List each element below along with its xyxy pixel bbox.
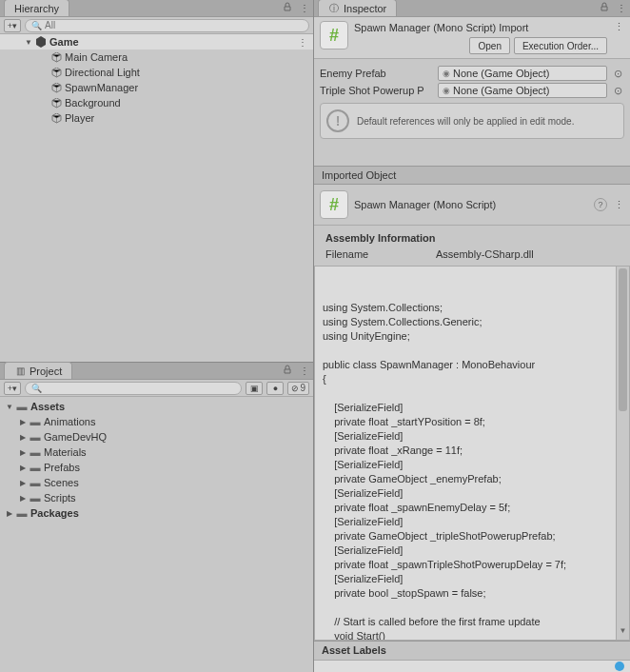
project-folder-row[interactable]: ▶▬GameDevHQ xyxy=(0,429,313,445)
hierarchy-item[interactable]: Directional Light xyxy=(0,65,313,80)
inspector-panel: ⓘ Inspector ⋮ # Spawn Manager (Mono Scri… xyxy=(314,0,630,672)
object-field-value: None (Game Object) xyxy=(453,68,549,79)
gameobject-icon: ◉ xyxy=(443,86,450,95)
project-folder-row[interactable]: ▶▬Scripts xyxy=(0,490,313,505)
imported-object-header: Imported Object xyxy=(314,166,630,185)
object-field[interactable]: ◉None (Game Object) xyxy=(438,66,607,81)
project-tab-controls: ⋮ xyxy=(283,363,309,380)
component-menu-icon[interactable]: ⋮ xyxy=(613,21,624,33)
project-folders: ▶▬Animations▶▬GameDevHQ▶▬Materials▶▬Pref… xyxy=(0,414,313,505)
object-picker-icon[interactable]: ⊙ xyxy=(611,84,624,97)
hierarchy-panel: Hierarchy ⋮ +▾ 🔍 ▼ Game ⋮ xyxy=(0,0,313,362)
hidden-icon: ⊘ xyxy=(291,384,299,393)
panel-menu-icon[interactable]: ⋮ xyxy=(617,0,626,17)
folder-label: Scripts xyxy=(44,492,76,504)
inspector-tab-controls: ⋮ xyxy=(600,0,626,17)
hierarchy-tab-bar: Hierarchy ⋮ xyxy=(0,0,313,17)
hierarchy-scene-row[interactable]: ▼ Game ⋮ xyxy=(0,34,313,49)
hierarchy-tab-label: Hierarchy xyxy=(14,3,59,14)
execution-order-button[interactable]: Execution Order... xyxy=(514,37,607,54)
project-folder-row[interactable]: ▶▬Animations xyxy=(0,414,313,429)
hierarchy-tree[interactable]: ▼ Game ⋮ Main CameraDirectional LightSpa… xyxy=(0,34,313,362)
search-icon: 🔍 xyxy=(31,384,42,393)
expand-arrow-icon[interactable]: ▼ xyxy=(4,403,15,411)
folder-icon: ▥ xyxy=(14,366,26,377)
search-by-label-button[interactable]: ● xyxy=(266,382,284,395)
project-tab[interactable]: ▥ Project xyxy=(4,362,72,379)
expand-arrow-icon[interactable]: ▶ xyxy=(17,448,29,457)
lock-icon[interactable] xyxy=(283,0,292,17)
hierarchy-tab[interactable]: Hierarchy xyxy=(4,0,69,16)
packages-label: Packages xyxy=(30,507,79,519)
panel-menu-icon[interactable]: ⋮ xyxy=(300,363,309,380)
folder-icon: ▬ xyxy=(29,416,42,427)
code-preview[interactable]: using System.Collections; using System.C… xyxy=(314,266,630,641)
hierarchy-item[interactable]: SpawnManager xyxy=(0,80,313,95)
inspector-body: # Spawn Manager (Mono Script) Import Ope… xyxy=(314,17,630,672)
row-menu-icon[interactable]: ⋮ xyxy=(298,37,307,48)
hierarchy-children: Main CameraDirectional LightSpawnManager… xyxy=(0,49,313,126)
default-references: Enemy Prefab◉None (Game Object)⊙Triple S… xyxy=(314,59,630,99)
inspector-tab[interactable]: ⓘ Inspector xyxy=(318,0,397,16)
imported-object-row: # Spawn Manager (Mono Script) ? ⋮ xyxy=(314,185,630,226)
project-search-input[interactable] xyxy=(45,383,235,393)
object-field[interactable]: ◉None (Game Object) xyxy=(438,83,607,98)
hierarchy-item[interactable]: Background xyxy=(0,95,313,110)
folder-label: GameDevHQ xyxy=(44,431,107,443)
hierarchy-tab-controls: ⋮ xyxy=(283,0,309,17)
expand-arrow-icon[interactable]: ▶ xyxy=(4,509,15,518)
scroll-thumb[interactable] xyxy=(619,268,627,411)
open-button[interactable]: Open xyxy=(469,37,509,54)
imported-object-name: Spawn Manager (Mono Script) xyxy=(354,199,496,210)
expand-arrow-icon[interactable]: ▼ xyxy=(23,38,34,47)
property-row: Enemy Prefab◉None (Game Object)⊙ xyxy=(314,65,630,82)
script-name: Spawn Manager (Mono Script) Import xyxy=(354,21,607,33)
project-folder-row[interactable]: ▶▬Prefabs xyxy=(0,460,313,475)
expand-arrow-icon[interactable]: ▶ xyxy=(17,479,29,487)
folder-label: Scenes xyxy=(44,477,79,488)
expand-arrow-icon[interactable]: ▶ xyxy=(17,433,29,442)
hidden-packages-button[interactable]: ⊘9 xyxy=(287,382,309,395)
expand-arrow-icon[interactable]: ▶ xyxy=(17,418,29,426)
project-folder-row[interactable]: ▶▬Scenes xyxy=(0,475,313,490)
left-column: Hierarchy ⋮ +▾ 🔍 ▼ Game ⋮ xyxy=(0,0,314,672)
info-box: ! Default references will only be applie… xyxy=(320,103,624,139)
component-menu-icon[interactable]: ⋮ xyxy=(613,199,624,211)
asset-labels-header[interactable]: Asset Labels xyxy=(314,641,630,660)
expand-arrow-icon[interactable]: ▶ xyxy=(17,464,29,472)
assembly-info-header: Assembly Information xyxy=(314,229,630,247)
inspector-tab-bar: ⓘ Inspector ⋮ xyxy=(314,0,630,17)
folder-icon: ▬ xyxy=(29,446,42,458)
project-packages-row[interactable]: ▶ ▬ Packages xyxy=(0,505,313,521)
scroll-down-icon[interactable]: ▼ xyxy=(617,623,629,638)
property-row: Triple Shot Powerup P◉None (Game Object)… xyxy=(314,82,630,99)
hierarchy-search-input[interactable] xyxy=(45,20,303,30)
help-icon[interactable]: ? xyxy=(594,198,607,211)
gameobject-icon xyxy=(49,98,63,109)
folder-icon: ▬ xyxy=(29,431,42,443)
hierarchy-search[interactable]: 🔍 xyxy=(25,19,309,32)
project-assets-row[interactable]: ▼ ▬ Assets xyxy=(0,399,313,414)
hierarchy-item-label: SpawnManager xyxy=(65,82,138,93)
refresh-icon[interactable] xyxy=(615,662,624,671)
hierarchy-toolbar: +▾ 🔍 xyxy=(0,17,313,34)
assembly-filename-row: Filename Assembly-CSharp.dll xyxy=(314,247,630,262)
panel-menu-icon[interactable]: ⋮ xyxy=(300,0,309,17)
project-tree[interactable]: ▼ ▬ Assets ▶▬Animations▶▬GameDevHQ▶▬Mate… xyxy=(0,397,313,672)
expand-arrow-icon[interactable]: ▶ xyxy=(17,494,29,503)
folder-icon: ▬ xyxy=(29,462,42,473)
create-button[interactable]: +▾ xyxy=(4,19,21,32)
folder-icon: ▬ xyxy=(29,477,42,488)
project-search[interactable]: 🔍 xyxy=(25,382,242,395)
create-button[interactable]: +▾ xyxy=(4,382,21,395)
search-by-type-button[interactable]: ▣ xyxy=(246,382,263,395)
hierarchy-item[interactable]: Main Camera xyxy=(0,49,313,65)
lock-icon[interactable] xyxy=(283,363,292,380)
hierarchy-item-label: Player xyxy=(65,112,94,124)
project-folder-row[interactable]: ▶▬Materials xyxy=(0,445,313,460)
scrollbar[interactable]: ▼ xyxy=(616,267,629,640)
lock-icon[interactable] xyxy=(600,0,609,17)
hierarchy-item[interactable]: Player xyxy=(0,110,313,126)
gameobject-icon: ◉ xyxy=(443,69,450,78)
object-picker-icon[interactable]: ⊙ xyxy=(611,67,624,80)
